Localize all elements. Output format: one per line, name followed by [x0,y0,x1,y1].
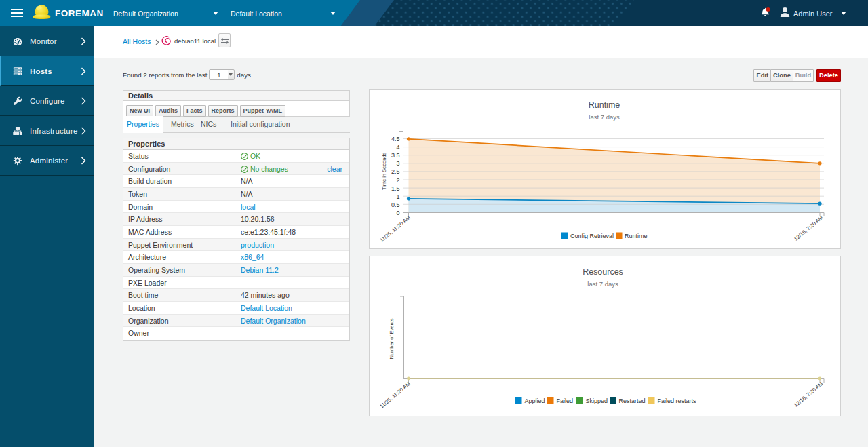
svg-text:11/25, 11:20 AM: 11/25, 11:20 AM [378,214,411,244]
svg-text:Restarted: Restarted [619,397,646,404]
svg-text:Time in Seconds: Time in Seconds [381,152,387,190]
svg-text:Failed: Failed [557,397,574,404]
svg-text:12/16, 7:20 AM: 12/16, 7:20 AM [793,214,824,242]
svg-text:Config Retrieval: Config Retrieval [570,232,614,239]
svg-text:2.5: 2.5 [391,168,400,175]
svg-text:Runtime: Runtime [625,232,648,239]
svg-text:Runtime: Runtime [589,100,620,110]
svg-text:12/16, 7:20 AM: 12/16, 7:20 AM [793,381,824,408]
svg-text:3: 3 [396,160,399,167]
svg-text:last 7 days: last 7 days [589,113,620,120]
svg-text:Number of Events: Number of Events [389,318,395,359]
svg-text:2: 2 [396,176,399,183]
svg-text:Skipped: Skipped [586,397,608,404]
svg-text:last 7 days: last 7 days [587,280,618,288]
svg-text:Applied: Applied [525,397,545,404]
svg-text:4: 4 [396,144,399,151]
svg-text:0.5: 0.5 [391,201,400,208]
svg-text:Failed restarts: Failed restarts [658,397,697,404]
svg-text:1.5: 1.5 [391,184,400,191]
svg-text:0: 0 [396,210,399,216]
svg-text:4.5: 4.5 [391,136,400,142]
svg-text:3.5: 3.5 [391,152,400,159]
svg-text:Resources: Resources [583,267,623,277]
svg-text:1: 1 [396,193,399,199]
svg-text:11/25, 11:20 AM: 11/25, 11:20 AM [378,381,411,410]
